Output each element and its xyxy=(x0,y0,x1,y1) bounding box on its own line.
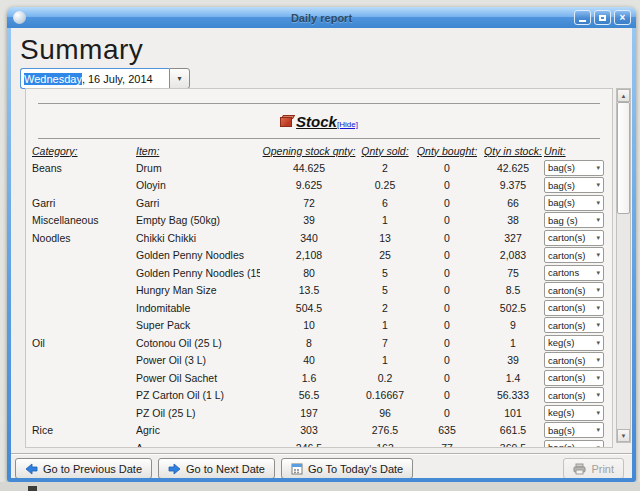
scrollbar-thumb[interactable] xyxy=(617,102,630,214)
qty-sold-cell: 2 xyxy=(358,162,412,174)
chevron-down-icon: ▾ xyxy=(596,269,603,277)
window-content: Summary Wednesday, 16 July, 2014 ▾ Stock… xyxy=(11,28,632,478)
col-qty-sold: Qnty sold: xyxy=(358,145,412,157)
table-row: NoodlesChikki Chikki340130327carton(s)▾ xyxy=(32,229,612,247)
qty-bought-cell: 0 xyxy=(412,267,482,279)
unit-select[interactable]: bag(s)▾ xyxy=(544,195,604,211)
unit-select[interactable]: carton(s)▾ xyxy=(544,230,604,246)
chevron-down-icon: ▾ xyxy=(596,286,603,294)
col-qty-bought: Qnty bought: xyxy=(412,145,482,157)
unit-value: carton(s) xyxy=(545,372,596,383)
qty-in-stock-cell: 8.5 xyxy=(482,284,544,296)
scroll-up-button[interactable]: ▲ xyxy=(617,89,630,102)
category-cell: Oil xyxy=(32,337,136,349)
unit-select[interactable]: bag (s)▾ xyxy=(544,212,604,228)
stock-table: Category: Item: Opening stock qnty: Qnty… xyxy=(26,139,612,448)
qty-bought-cell: 0 xyxy=(412,302,482,314)
unit-value: cartons xyxy=(545,267,596,278)
qty-sold-cell: 2 xyxy=(358,302,412,314)
unit-select[interactable]: bag(s)▾ xyxy=(544,422,604,438)
table-row: PZ Oil (25 L)197960101keg(s)▾ xyxy=(32,404,612,422)
unit-select[interactable]: cartons▾ xyxy=(544,265,604,281)
opening-qty-cell: 44.625 xyxy=(260,162,358,174)
print-button[interactable]: Print xyxy=(563,458,624,478)
table-header-row: Category: Item: Opening stock qnty: Qnty… xyxy=(32,142,612,159)
date-selected-text: Wednesday xyxy=(24,73,82,85)
table-row: Power Oil Sachet1.60.201.4carton(s)▾ xyxy=(32,369,612,387)
scroll-down-button[interactable]: ▼ xyxy=(617,429,630,442)
table-row: Indomitable504.520502.5carton(s)▾ xyxy=(32,299,612,317)
unit-select[interactable]: carton(s)▾ xyxy=(544,387,604,403)
footer-bar: Go to Previous Date Go to Next Date Go T… xyxy=(15,458,624,478)
unit-select[interactable]: carton(s)▾ xyxy=(544,352,604,368)
item-cell: PZ Oil (25 L) xyxy=(136,407,260,419)
date-input[interactable]: Wednesday, 16 July, 2014 xyxy=(20,68,169,89)
qty-bought-cell: 0 xyxy=(412,319,482,331)
qty-in-stock-cell: 42.625 xyxy=(482,162,544,174)
vertical-scrollbar[interactable]: ▲ ▼ xyxy=(616,88,631,443)
unit-value: carton(s) xyxy=(545,250,596,261)
go-next-date-button[interactable]: Go to Next Date xyxy=(158,458,275,478)
unit-value: carton(s) xyxy=(545,320,596,331)
qty-bought-cell: 0 xyxy=(412,337,482,349)
qty-bought-cell: 0 xyxy=(412,389,482,401)
qty-bought-cell: 0 xyxy=(412,179,482,191)
qty-in-stock-cell: 502.5 xyxy=(482,302,544,314)
chevron-down-icon: ▾ xyxy=(596,321,603,329)
chevron-down-icon: ▾ xyxy=(596,409,603,417)
qty-bought-cell: 0 xyxy=(412,284,482,296)
unit-select[interactable]: carton(s)▾ xyxy=(544,317,604,333)
col-item: Item: xyxy=(136,145,260,157)
hide-link[interactable]: [Hide] xyxy=(337,120,358,129)
unit-select[interactable]: bag(s)▾ xyxy=(544,440,604,448)
left-arrow-icon xyxy=(25,463,38,475)
printer-icon xyxy=(573,463,586,475)
item-cell: Agric xyxy=(136,424,260,436)
qty-sold-cell: 6 xyxy=(358,197,412,209)
qty-in-stock-cell: 75 xyxy=(482,267,544,279)
item-cell: A xyxy=(136,442,260,448)
unit-select[interactable]: carton(s)▾ xyxy=(544,300,604,316)
desktop-background xyxy=(0,482,640,491)
close-icon: × xyxy=(620,13,626,23)
table-row: GarriGarri726066bag(s)▾ xyxy=(32,194,612,212)
unit-value: carton(s) xyxy=(545,302,596,313)
unit-select[interactable]: bag(s)▾ xyxy=(544,177,604,193)
table-row: BeansDrum44.6252042.625bag(s)▾ xyxy=(32,159,612,177)
minimize-icon xyxy=(579,20,586,22)
unit-select[interactable]: keg(s)▾ xyxy=(544,335,604,351)
unit-value: bag(s) xyxy=(545,180,596,191)
qty-sold-cell: 0.16667 xyxy=(358,389,412,401)
go-today-date-button[interactable]: Go To Today's Date xyxy=(281,458,413,478)
table-row: PZ Carton Oil (1 L)56.50.16667056.333car… xyxy=(32,387,612,405)
qty-in-stock-cell: 56.333 xyxy=(482,389,544,401)
qty-bought-cell: 0 xyxy=(412,162,482,174)
opening-qty-cell: 13.5 xyxy=(260,284,358,296)
unit-select[interactable]: bag(s)▾ xyxy=(544,160,604,176)
qty-bought-cell: 0 xyxy=(412,354,482,366)
opening-qty-cell: 340 xyxy=(260,232,358,244)
item-cell: Garri xyxy=(136,197,260,209)
scroll-up-icon: ▲ xyxy=(621,93,627,99)
close-button[interactable]: × xyxy=(614,10,631,25)
item-cell: Hungry Man Size xyxy=(136,284,260,296)
date-dropdown-button[interactable]: ▾ xyxy=(169,68,190,89)
chevron-down-icon: ▾ xyxy=(596,199,603,207)
unit-value: carton(s) xyxy=(545,285,596,296)
window-title: Daily report xyxy=(7,12,636,24)
unit-select[interactable]: carton(s)▾ xyxy=(544,282,604,298)
opening-qty-cell: 504.5 xyxy=(260,302,358,314)
right-arrow-icon xyxy=(168,463,181,475)
minimize-button[interactable] xyxy=(574,10,591,25)
unit-value: bag(s) xyxy=(545,425,596,436)
chevron-down-icon: ▾ xyxy=(596,164,603,172)
unit-select[interactable]: carton(s)▾ xyxy=(544,370,604,386)
go-previous-date-button[interactable]: Go to Previous Date xyxy=(15,458,152,478)
titlebar[interactable]: Daily report × xyxy=(7,7,636,28)
unit-value: bag(s) xyxy=(545,442,596,448)
col-unit: Unit: xyxy=(544,145,608,157)
table-row: Oloyin9.6250.2509.375bag(s)▾ xyxy=(32,177,612,195)
unit-select[interactable]: carton(s)▾ xyxy=(544,247,604,263)
maximize-button[interactable] xyxy=(594,10,611,25)
unit-select[interactable]: keg(s)▾ xyxy=(544,405,604,421)
